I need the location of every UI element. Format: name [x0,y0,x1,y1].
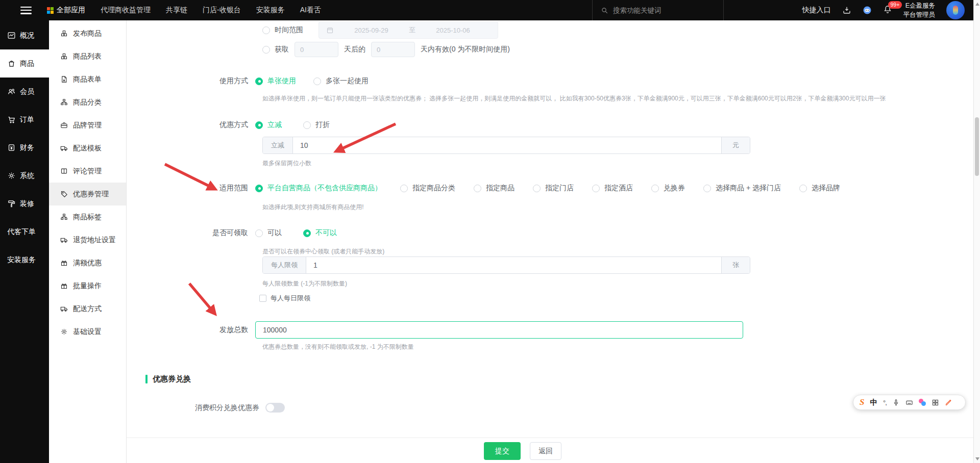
points-exchange-toggle[interactable] [265,403,285,413]
scope-option-goods-store[interactable]: 选择商品 + 选择门店 [703,184,781,193]
valid-days-input[interactable] [371,42,415,57]
points-exchange-row: 消费积分兑换优惠券 [195,403,285,413]
nav-item-install-service[interactable]: 安装服务 [256,6,285,15]
sidebar-item-install-service[interactable]: 安装服务 [0,246,49,274]
notifications-bell[interactable]: 99+ [883,5,892,16]
scope-option-store[interactable]: 指定门店 [533,184,574,193]
scope-option-platform[interactable]: 平台自营商品（不包含供应商商品） [255,184,382,193]
radio-checked[interactable] [255,185,263,192]
radio-checked[interactable] [255,78,263,85]
window-scrollbar[interactable] [973,0,980,463]
ime-toolbar[interactable]: S 中 °, [853,395,966,410]
sidebar-item-overview[interactable]: 概况 [0,21,49,49]
nav-item-store-cashier[interactable]: 门店-收银台 [203,6,241,15]
avatar[interactable] [946,1,965,19]
brush-icon[interactable] [945,399,952,406]
hamburger-menu-icon[interactable] [20,7,32,14]
sidebar-item-proxy-order[interactable]: 代客下单 [0,218,49,246]
menu-item-comment-manage[interactable]: 评论管理 [49,160,126,183]
claimable-yes-option[interactable]: 可以 [255,228,282,238]
back-button[interactable]: 返回 [530,442,561,460]
radio-unchecked[interactable] [303,121,311,129]
start-date[interactable]: 2025-09-29 [334,27,409,34]
navbar-search[interactable] [592,0,724,20]
scope-option-exchange[interactable]: 兑换券 [651,184,685,193]
menu-item-delivery-template[interactable]: 配送模板 [49,137,126,160]
ime-punctuation-icon[interactable]: °, [883,399,887,406]
menu-item-goods-label[interactable]: 商品标签 [49,205,126,228]
scope-option-hotel[interactable]: 指定酒店 [592,184,633,193]
scope-option-category[interactable]: 指定商品分类 [400,184,455,193]
scroll-up-arrow[interactable] [975,3,979,6]
nav-item-agent-revenue[interactable]: 代理商收益管理 [101,6,151,15]
radio-unchecked[interactable] [262,46,270,54]
acquire-days-input[interactable] [295,42,338,57]
radio-unchecked[interactable] [255,229,263,237]
menu-item-return-address[interactable]: 退货地址设置 [49,228,126,251]
per-person-limit-input[interactable] [306,257,721,273]
radio-unchecked[interactable] [474,185,481,192]
submit-button[interactable]: 提交 [484,442,521,460]
sidebar-item-decorate[interactable]: 装修 [0,190,49,218]
sidebar-item-system[interactable]: 系统 [0,162,49,190]
usage-single-option[interactable]: 单张使用 [255,76,296,86]
acquire-radio-option[interactable]: 获取 [262,45,289,54]
radio-unchecked[interactable] [651,185,659,192]
keyboard-icon[interactable] [905,399,913,406]
exchange-section-title: 优惠券兑换 [153,374,191,384]
account-info[interactable]: E企盈服务 平台管理员 [903,1,936,19]
discount-reduce-option[interactable]: 立减 [255,120,282,130]
menu-item-goods-category[interactable]: 商品分类 [49,91,126,114]
radio-unchecked[interactable] [400,185,408,192]
discount-amount-input[interactable] [293,137,721,153]
sogou-logo-icon[interactable]: S [860,397,864,407]
nav-item-all-apps[interactable]: 全部应用 [47,6,85,15]
menu-item-batch-ops[interactable]: 批量操作 [49,274,126,297]
menu-item-goods-list[interactable]: 商品列表 [49,45,126,68]
sidebar-item-members[interactable]: 会员 [0,78,49,106]
menu-item-brand-manage[interactable]: 品牌管理 [49,114,126,137]
date-range-picker[interactable]: 2025-09-29 至 2025-10-06 [318,21,498,39]
nav-item-share-chain[interactable]: 共享链 [166,6,187,15]
claimable-no-option[interactable]: 不可以 [303,228,337,238]
scope-option-goods[interactable]: 指定商品 [474,184,514,193]
download-icon[interactable] [842,6,851,15]
radio-checked[interactable] [255,121,263,129]
menu-item-delivery-method[interactable]: 配送方式 [49,297,126,320]
menu-item-publish-goods[interactable]: 发布商品 [49,22,126,45]
radio-unchecked[interactable] [533,185,541,192]
checkbox-unchecked[interactable] [259,295,266,302]
toolbox-grid-icon[interactable] [932,399,939,406]
scrollbar-thumb[interactable] [975,117,979,176]
radio-unchecked[interactable] [262,27,270,34]
radio-unchecked[interactable] [592,185,600,192]
ai-robot-icon[interactable] [863,6,872,15]
radio-unchecked[interactable] [703,185,711,192]
radio-unchecked[interactable] [313,78,321,85]
ime-chinese-mode[interactable]: 中 [870,398,877,407]
sidebar-item-finance[interactable]: 财务 [0,134,49,162]
menu-item-goods-form[interactable]: 商品表单 [49,68,126,91]
time-range-radio-option[interactable]: 时间范围 [262,25,303,35]
scope-option-brand[interactable]: 选择品牌 [799,184,840,193]
search-input[interactable] [613,7,700,14]
radio-unchecked[interactable] [799,185,807,192]
total-input[interactable] [255,321,743,339]
nav-item-label: 全部应用 [57,6,85,15]
menu-item-basic-settings[interactable]: 基础设置 [49,320,126,343]
menu-item-full-discount[interactable]: 满额优惠 [49,251,126,274]
daily-limit-checkbox-row[interactable]: 每人每日限领 [259,294,310,303]
nav-item-ai-tongue[interactable]: AI看舌 [300,6,321,15]
ime-skin-icon[interactable] [919,399,926,406]
usage-multiple-option[interactable]: 多张一起使用 [313,76,369,86]
toggle-knob [266,404,274,411]
radio-checked[interactable] [303,229,311,237]
discount-percent-option[interactable]: 打折 [303,120,330,130]
quick-entry-link[interactable]: 快捷入口 [802,6,831,15]
sidebar-item-orders[interactable]: 订单 [0,106,49,134]
scroll-down-arrow[interactable] [975,457,979,460]
sidebar-item-goods[interactable]: 商品 [0,49,49,78]
menu-item-coupon-manage[interactable]: 优惠券管理 [49,183,126,205]
end-date[interactable]: 2025-10-06 [415,27,491,34]
microphone-icon[interactable] [892,399,900,406]
